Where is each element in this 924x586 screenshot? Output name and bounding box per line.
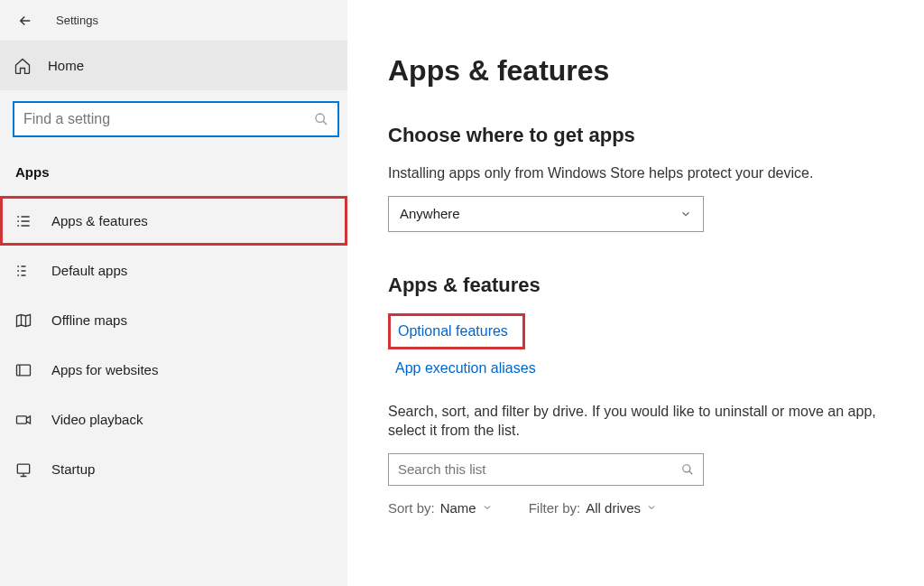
- sidebar-item-label: Apps & features: [51, 213, 148, 228]
- video-icon: [14, 411, 33, 429]
- dropdown-value: Anywhere: [400, 206, 460, 221]
- get-apps-dropdown[interactable]: Anywhere: [388, 196, 704, 232]
- svg-point-4: [683, 465, 690, 472]
- sidebar: Settings Home Apps Apps & features Defau…: [0, 0, 347, 586]
- search-icon: [314, 112, 328, 126]
- sidebar-item-label: Default apps: [51, 263, 127, 278]
- apps-list-search-box[interactable]: [388, 453, 704, 486]
- search-settings-input[interactable]: [23, 111, 314, 127]
- arrow-left-icon: [17, 13, 33, 29]
- content-area: Apps & features Choose where to get apps…: [347, 0, 924, 586]
- titlebar: Settings: [0, 0, 347, 41]
- page-title: Apps & features: [388, 54, 897, 88]
- sidebar-item-startup[interactable]: Startup: [0, 444, 347, 494]
- sidebar-item-video-playback[interactable]: Video playback: [0, 395, 347, 444]
- filter-by-value: All drives: [586, 500, 641, 516]
- back-button[interactable]: [14, 10, 36, 32]
- sort-by-label: Sort by:: [388, 500, 435, 516]
- sort-filter-row: Sort by: Name Filter by: All drives: [388, 500, 897, 516]
- website-icon: [14, 361, 33, 379]
- sidebar-item-offline-maps[interactable]: Offline maps: [0, 295, 347, 345]
- apps-list-description: Search, sort, and filter by drive. If yo…: [388, 402, 893, 441]
- svg-rect-3: [17, 464, 29, 473]
- sidebar-item-apps-for-websites[interactable]: Apps for websites: [0, 345, 347, 395]
- sidebar-item-home[interactable]: Home: [0, 41, 347, 90]
- sidebar-item-label: Video playback: [51, 412, 143, 427]
- apps-list-search-input[interactable]: [398, 461, 681, 477]
- chevron-down-icon: [646, 502, 657, 513]
- chevron-down-icon: [679, 208, 692, 220]
- filter-by-label: Filter by:: [529, 500, 581, 516]
- startup-icon: [14, 460, 33, 479]
- sidebar-item-label: Apps for websites: [51, 362, 158, 377]
- sidebar-item-default-apps[interactable]: Default apps: [0, 246, 347, 295]
- optional-features-highlight: Optional features: [388, 313, 525, 349]
- sort-by-value: Name: [440, 500, 476, 516]
- map-icon: [14, 312, 33, 330]
- filter-by-dropdown[interactable]: Filter by: All drives: [529, 500, 657, 516]
- svg-rect-2: [17, 415, 27, 423]
- get-apps-description: Installing apps only from Windows Store …: [388, 163, 893, 183]
- optional-features-link[interactable]: Optional features: [398, 323, 508, 340]
- sidebar-item-apps-features[interactable]: Apps & features: [0, 196, 347, 246]
- search-settings-box[interactable]: [13, 101, 339, 137]
- sort-by-dropdown[interactable]: Sort by: Name: [388, 500, 493, 516]
- home-icon: [14, 57, 32, 75]
- sidebar-section-label: Apps: [0, 137, 347, 196]
- sidebar-item-label: Startup: [51, 461, 95, 477]
- window-title: Settings: [56, 14, 98, 27]
- default-apps-icon: [14, 262, 33, 280]
- apps-list-icon: [14, 212, 33, 230]
- svg-rect-1: [17, 365, 31, 376]
- search-icon: [681, 463, 694, 476]
- chevron-down-icon: [482, 502, 493, 513]
- app-execution-aliases-link[interactable]: App execution aliases: [395, 360, 536, 377]
- sidebar-item-label: Home: [48, 58, 84, 73]
- sidebar-item-label: Offline maps: [51, 312, 127, 328]
- section-heading-apps-features: Apps & features: [388, 274, 897, 297]
- section-heading-get-apps: Choose where to get apps: [388, 124, 897, 147]
- svg-point-0: [316, 114, 324, 122]
